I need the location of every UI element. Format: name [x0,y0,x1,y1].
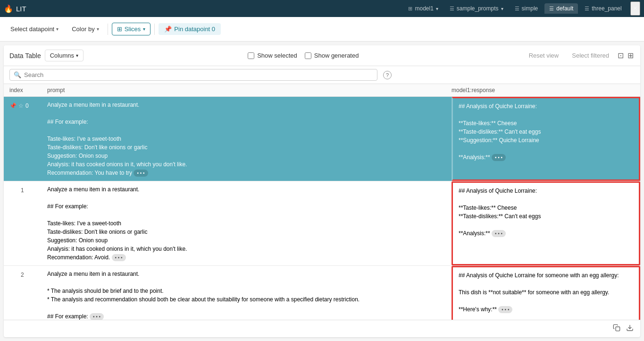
app-title: LIT [16,5,26,13]
show-controls: Show selected Show generated [87,52,519,59]
pin-datapoint-button[interactable]: 📌 Pin datapoint 0 [159,23,221,35]
nav-tab-simple[interactable]: ☰ simple [510,3,543,14]
app-logo: 🔥 LIT [4,4,26,13]
copy-icon[interactable] [612,323,621,334]
slices-button[interactable]: ⊞ Slices ▾ [112,23,151,35]
svg-rect-0 [616,327,620,331]
toolbar-divider [108,24,108,35]
cell-response-0: ## Analysis of Quiche Lorraine: **Taste-… [452,97,640,181]
reset-view-button[interactable]: Reset view [523,50,565,61]
layout-icon-simple: ☰ [515,6,519,12]
slices-chevron: ▾ [143,26,145,32]
col-header-prompt: prompt [47,87,446,94]
columns-label: Columns [50,52,74,59]
search-input[interactable] [24,71,373,78]
table-row[interactable]: 2 Analyze a menu item in a restaurant. *… [4,266,640,320]
panel-footer [4,320,640,337]
layout-icon-three-panel: ☰ [585,6,589,12]
minimize-icon[interactable]: ⊡ [617,50,625,61]
table-row[interactable]: 📌 ☆ 0 Analyze a menu item in a restauran… [4,97,640,181]
layout-icon-default: ☰ [549,6,554,12]
nav-tab-model1[interactable]: ⊞ model1 ▾ [403,3,443,14]
help-icon[interactable]: ? [383,71,392,79]
expand-response-2-button[interactable]: • • • [498,306,512,313]
show-generated-text: Show generated [314,52,359,59]
tab-sample-prompts-label: sample_prompts [457,5,499,12]
expand-prompt-0-button[interactable]: • • • [134,170,148,177]
row-index-0: 0 [25,102,35,110]
show-selected-checkbox[interactable] [248,52,254,59]
pin-row-icon: 📌 [9,102,17,110]
pin-icon: 📌 [164,26,172,33]
row-index-2: 2 [21,271,30,279]
toolbar-divider-2 [154,24,155,35]
tab-model1-label: model1 [415,5,433,12]
select-datapoint-chevron: ▾ [56,26,59,32]
cell-prompt-0: Analyze a menu item in a restaurant. ## … [42,97,452,181]
nav-close-button[interactable]: × [630,1,640,16]
color-by-button[interactable]: Color by ▾ [67,23,103,35]
chevron-down-icon: ▾ [436,6,438,11]
cell-response-2: ## Analysis of Quiche Lorraine for someo… [452,266,640,320]
nav-tabs: ⊞ model1 ▾ ☰ sample_prompts ▾ ☰ simple ☰… [403,3,626,14]
color-by-chevron: ▾ [97,26,99,32]
table-icon: ☰ [450,6,454,12]
expand-prompt-2-button[interactable]: • • • [90,313,104,320]
cell-index-0: 📌 ☆ 0 [4,97,42,181]
expand-response-0-button[interactable]: • • • [492,154,506,161]
search-row: 🔍 ? [4,66,640,84]
model-icon: ⊞ [408,6,412,12]
download-icon[interactable] [625,323,635,334]
star-icon[interactable]: ☆ [18,102,24,110]
show-selected-label[interactable]: Show selected [248,52,297,59]
slices-label: Slices [125,26,141,33]
select-filtered-button[interactable]: Select filtered [566,50,615,61]
right-controls: Reset view Select filtered ⊡ ⊞ [523,50,635,61]
show-selected-text: Show selected [257,52,297,59]
nav-tab-default[interactable]: ☰ default [544,3,578,14]
columns-button[interactable]: Columns ▾ [45,50,84,61]
color-by-label: Color by [72,26,94,33]
data-table-panel: Data Table Columns ▾ Show selected Show … [4,45,640,337]
maximize-icon[interactable]: ⊞ [627,50,635,61]
panel-header: Data Table Columns ▾ Show selected Show … [4,45,640,66]
flame-icon: 🔥 [4,4,13,13]
select-datapoint-label: Select datapoint [10,26,54,33]
expand-prompt-1-button[interactable]: • • • [112,254,126,261]
cell-response-1: ## Analysis of Quiche Lorraine: **Taste-… [452,181,640,265]
table-body: 📌 ☆ 0 Analyze a menu item in a restauran… [4,97,640,320]
slices-icon: ⊞ [117,26,122,33]
main-toolbar: Select datapoint ▾ Color by ▾ ⊞ Slices ▾… [0,17,644,42]
cell-index-1: 1 [4,181,42,265]
col-header-response: model1:response [446,87,635,94]
topbar: 🔥 LIT ⊞ model1 ▾ ☰ sample_prompts ▾ ☰ si… [0,0,644,17]
select-datapoint-button[interactable]: Select datapoint ▾ [6,23,63,35]
row-index-1: 1 [21,186,30,195]
nav-tab-three-panel[interactable]: ☰ three_panel [580,3,626,14]
columns-chevron: ▾ [76,53,78,58]
show-generated-label[interactable]: Show generated [305,52,359,59]
tab-default-label: default [556,5,573,12]
cell-prompt-2: Analyze a menu item in a restaurant. * T… [42,266,452,320]
pin-label: Pin datapoint 0 [174,26,215,33]
cell-index-2: 2 [4,266,42,320]
tab-simple-label: simple [522,5,538,12]
search-wrapper: 🔍 [9,69,377,81]
tab-three-panel-label: three_panel [592,5,621,12]
search-icon: 🔍 [14,71,21,78]
expand-response-1-button[interactable]: • • • [492,230,506,237]
panel-title: Data Table [9,52,41,60]
table-row[interactable]: 1 Analyze a menu item in a restaurant. #… [4,181,640,266]
col-header-index: index [9,87,47,94]
chevron-down-icon-2: ▾ [501,6,503,11]
nav-tab-sample-prompts[interactable]: ☰ sample_prompts ▾ [445,3,508,14]
show-generated-checkbox[interactable] [305,52,311,59]
cell-prompt-1: Analyze a menu item in a restaurant. ## … [42,181,452,265]
table-column-headers: index prompt model1:response [4,84,640,97]
